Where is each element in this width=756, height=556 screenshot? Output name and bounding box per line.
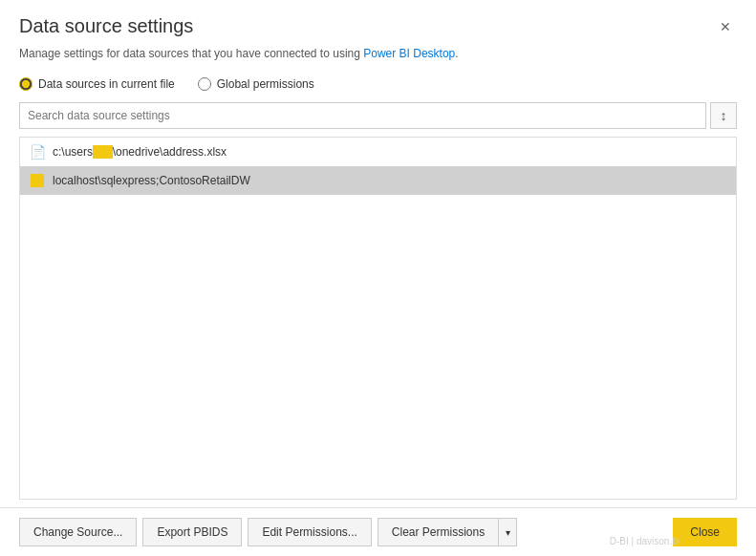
edit-permissions-button[interactable]: Edit Permissions... <box>248 518 371 546</box>
watermark: D-BI | davison.bi <box>610 536 680 546</box>
change-source-button[interactable]: Change Source... <box>19 518 137 546</box>
file-icon: 📄 <box>30 144 45 160</box>
subtitle-text-before: Manage settings for data sources that yo… <box>19 47 363 60</box>
list-item[interactable]: localhost\sqlexpress;ContosoRetailDW <box>20 166 736 195</box>
search-row: ↕ <box>0 102 756 129</box>
radio-current-file-input[interactable] <box>19 77 32 91</box>
radio-group: Data sources in current file Global perm… <box>0 77 756 102</box>
sort-button[interactable]: ↕ <box>710 102 737 129</box>
data-source-list: 📄 c:\users \onedrive\address.xlsx localh… <box>19 137 737 500</box>
subtitle-text-after: . <box>455 47 458 60</box>
radio-current-file-label: Data sources in current file <box>38 77 175 91</box>
list-item[interactable]: 📄 c:\users \onedrive\address.xlsx <box>20 138 736 166</box>
export-pbids-button[interactable]: Export PBIDS <box>142 518 242 546</box>
radio-global-permissions[interactable]: Global permissions <box>198 77 314 91</box>
close-dialog-button[interactable]: Close <box>673 518 737 546</box>
radio-global-permissions-label: Global permissions <box>217 77 314 91</box>
clear-permissions-button[interactable]: Clear Permissions <box>378 518 498 546</box>
highlight-span <box>93 145 113 159</box>
list-item-label: c:\users \onedrive\address.xlsx <box>53 145 227 159</box>
dialog-title: Data source settings <box>19 15 193 37</box>
title-bar: Data source settings ✕ <box>0 0 756 45</box>
clear-permissions-dropdown-arrow[interactable]: ▾ <box>498 518 517 546</box>
footer: Change Source... Export PBIDS Edit Permi… <box>0 507 756 556</box>
sort-icon: ↕ <box>721 108 727 123</box>
radio-global-permissions-input[interactable] <box>198 77 211 91</box>
search-input[interactable] <box>19 102 706 129</box>
clear-permissions-split-button: Clear Permissions ▾ <box>378 518 517 546</box>
window-close-button[interactable]: ✕ <box>714 18 737 35</box>
database-icon <box>30 173 45 188</box>
list-item-label: localhost\sqlexpress;ContosoRetailDW <box>53 174 250 187</box>
subtitle-link[interactable]: Power BI Desktop <box>363 47 455 60</box>
radio-current-file[interactable]: Data sources in current file <box>19 77 175 91</box>
subtitle: Manage settings for data sources that yo… <box>0 45 756 77</box>
dialog: Data source settings ✕ Manage settings f… <box>0 0 756 556</box>
